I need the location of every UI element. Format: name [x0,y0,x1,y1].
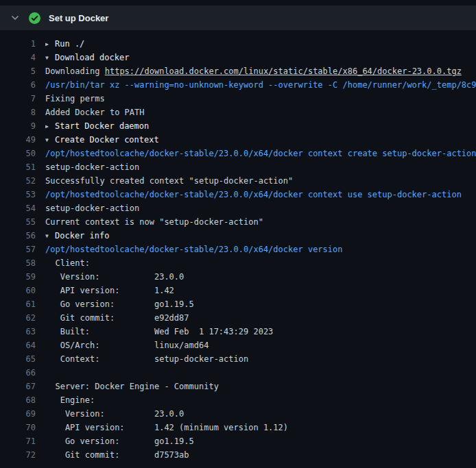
log-line-number[interactable]: 64 [0,338,36,352]
log-line-number[interactable]: 51 [0,160,36,174]
success-check-icon [29,12,40,24]
log-line-number[interactable]: 6 [0,78,36,92]
log-line-content: /usr/bin/tar xz --warning=no-unknown-key… [45,78,476,92]
log-line: 54setup-docker-action [0,201,476,215]
group-expanded-arrow-icon[interactable]: ▼ [45,134,55,147]
log-line-number[interactable]: 56 [0,229,36,243]
log-line: 55Current context is now "setup-docker-a… [0,215,476,229]
log-line-number[interactable]: 55 [0,215,36,229]
log-line-number[interactable]: 58 [0,256,36,270]
log-text: setup-docker-action [45,204,139,213]
log-line-number[interactable]: 60 [0,284,36,297]
log-text: Fixing perms [45,94,105,103]
step-header[interactable]: Set up Docker [0,5,476,30]
log-line: 53/opt/hostedtoolcache/docker-stable/23.… [0,188,476,201]
log-line: 65 Context: setup-docker-action [0,352,476,366]
log-line-number[interactable]: 69 [0,407,36,421]
log-line: 5Downloading https://download.docker.com… [0,64,476,78]
log-text: Client: [45,258,90,268]
group-collapsed-arrow-icon[interactable]: ▶ [45,120,55,133]
log-line-number[interactable]: 59 [0,270,36,284]
log-line-content[interactable]: ▶Run ./ [45,37,476,51]
log-text: Added Docker to PATH [45,108,145,117]
log-line: 71 Go version: go1.19.5 [0,434,476,448]
log-text: Current context is now "setup-docker-act… [45,217,263,227]
log-line-number[interactable]: 53 [0,188,36,201]
log-line-number[interactable]: 7 [0,92,36,106]
log-line-number[interactable]: 61 [0,297,36,311]
log-line: 58 Client: [0,256,476,270]
log-line-number[interactable]: 72 [0,448,36,462]
log-line-number[interactable]: 4 [0,51,36,64]
log-text: Successfully created context "setup-dock… [45,176,293,186]
log-line-content: setup-docker-action [45,160,476,174]
log-line-content: Downloading https://download.docker.com/… [45,64,476,78]
log-line-content[interactable]: ▶Start Docker daemon [45,119,476,133]
log-line: 70 API version: 1.42 (minimum version 1.… [0,421,476,434]
log-line-number[interactable]: 49 [0,133,36,147]
log-line: 9▶Start Docker daemon [0,119,476,133]
log-line-content: Context: setup-docker-action [45,352,476,366]
log-line-number[interactable]: 9 [0,119,36,133]
log-line: 66 [0,366,476,380]
log-link[interactable]: https://download.docker.com/linux/static… [105,66,462,76]
log-line-number[interactable]: 1 [0,37,36,51]
log-line: 52Successfully created context "setup-do… [0,174,476,188]
log-text: Engine: [45,395,95,405]
log-line: 8Added Docker to PATH [0,106,476,119]
log-line: 72 Git commit: d7573ab [0,448,476,462]
log-text: Run ./ [55,39,84,49]
log-line-content: Git commit: d7573ab [45,448,476,462]
log-line-content[interactable]: ▼Docker info [45,229,476,243]
log-line-number[interactable]: 67 [0,380,36,393]
log-line-number[interactable]: 57 [0,243,36,256]
log-line-content: Go version: go1.19.5 [45,434,476,448]
log-line-number[interactable]: 71 [0,434,36,448]
log-line-number[interactable]: 54 [0,201,36,215]
group-expanded-arrow-icon[interactable]: ▼ [45,51,55,64]
log-line-content: OS/Arch: linux/amd64 [45,338,476,352]
group-expanded-arrow-icon[interactable]: ▼ [45,230,55,243]
log-line: 62 Git commit: e92dd87 [0,311,476,325]
log-text: Download docker [55,53,129,62]
log-line: 57/opt/hostedtoolcache/docker-stable/23.… [0,243,476,256]
log-line: 6/usr/bin/tar xz --warning=no-unknown-ke… [0,78,476,92]
log-line-number[interactable]: 5 [0,64,36,78]
log-line-number[interactable]: 66 [0,366,36,380]
log-line-content: Added Docker to PATH [45,106,476,119]
log-line: 67 Server: Docker Engine - Community [0,380,476,393]
log-text: setup-docker-action [45,162,139,172]
group-collapsed-arrow-icon[interactable]: ▶ [45,38,55,51]
log-line: 59 Version: 23.0.0 [0,270,476,284]
log-text: API version: 1.42 (minimum version 1.12) [45,423,288,432]
log-line-content: Client: [45,256,476,270]
log-line: 4▼Download docker [0,51,476,64]
chevron-down-icon[interactable] [10,12,21,23]
log-line: 50/opt/hostedtoolcache/docker-stable/23.… [0,147,476,160]
log-line-content[interactable]: ▼Create Docker context [45,133,476,147]
log-line-number[interactable]: 8 [0,106,36,119]
log-line-number[interactable]: 63 [0,325,36,338]
log-line-number[interactable]: 62 [0,311,36,325]
log-text: Version: 23.0.0 [45,272,184,282]
log-text: API version: 1.42 [45,286,174,295]
log-line-number[interactable]: 52 [0,174,36,188]
log-line-content: Server: Docker Engine - Community [45,380,476,393]
log-text: /opt/hostedtoolcache/docker-stable/23.0.… [45,245,342,254]
log-line-number[interactable]: 68 [0,393,36,407]
log-line-number[interactable]: 70 [0,421,36,434]
log-line: 64 OS/Arch: linux/amd64 [0,338,476,352]
log-text: Built: Wed Feb 1 17:43:29 2023 [45,327,273,336]
log-line: 56▼Docker info [0,229,476,243]
log-text: /usr/bin/tar xz --warning=no-unknown-key… [45,80,476,90]
step-title: Set up Docker [49,13,108,23]
log-line-number[interactable]: 50 [0,147,36,160]
actions-log-panel: Set up Docker 1▶Run ./4▼Download docker5… [0,5,476,462]
log-line-content[interactable]: ▼Download docker [45,51,476,64]
log-line-content: Fixing perms [45,92,476,106]
log-line-content: Engine: [45,393,476,407]
log-line: 51setup-docker-action [0,160,476,174]
log-line-content: setup-docker-action [45,201,476,215]
log-line-number[interactable]: 65 [0,352,36,366]
log-text: Context: setup-docker-action [45,354,248,364]
